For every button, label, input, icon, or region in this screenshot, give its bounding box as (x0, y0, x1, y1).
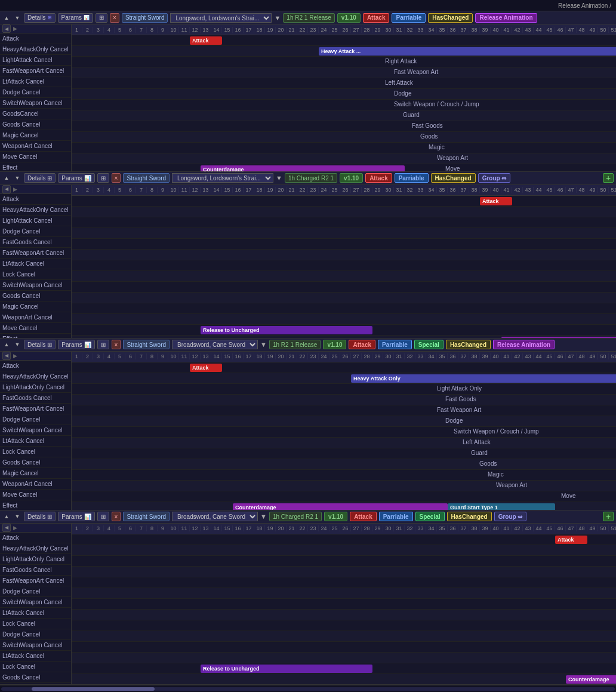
horizontal-scrollbar[interactable] (0, 685, 616, 692)
breadcrumb-text: Release Animation / (558, 2, 611, 9)
p1-row-move: Move Cancel (0, 152, 71, 162)
panel-3-chevron[interactable]: ▼ (260, 341, 267, 348)
panel-2-timeline: ◀ ▶ Attack HeavyAttackOnly Cancel LightA… (0, 185, 616, 338)
p1-bar-heavyattack[interactable]: Heavy Attack ... (319, 47, 616, 56)
panel-4-params-btn[interactable]: Params 📊 (58, 512, 94, 521)
p1-text-switchweapon: Switch Weapon / Crouch / Jump (394, 101, 479, 107)
panel-1-move-label: 1h R2 1 Release (283, 13, 335, 23)
p1-text-dodge: Dodge (394, 90, 411, 97)
panel-3-tag-haschanged: HasChanged (446, 340, 491, 349)
p1-track-weaponart: Magic (72, 143, 616, 153)
panel-3-details-btn[interactable]: Details ⊞ (24, 340, 56, 349)
panel-4-chevron[interactable]: ▼ (260, 513, 267, 520)
panel-4-tag-attack: Attack (350, 512, 377, 521)
p3-bar-counterdamage[interactable]: Counterdamage (233, 503, 448, 510)
p1-text-magic: Magic (429, 144, 445, 150)
panel-1-row-collapse[interactable]: ◀ (2, 24, 11, 33)
panel-4-close-btn[interactable]: × (112, 512, 121, 521)
panel-2-chevron[interactable]: ▼ (276, 174, 282, 182)
panel-4-collapse-up[interactable]: ▲ (2, 512, 11, 521)
panel-1-collapse-down[interactable]: ▼ (13, 14, 21, 22)
p2-bar-attack[interactable]: Attack (480, 197, 512, 205)
panel-3-collapse-up[interactable]: ▲ (2, 340, 11, 349)
panel-3-params-btn[interactable]: Params 📊 (58, 340, 94, 349)
panel-2-tag-attack: Attack (365, 173, 392, 183)
panel-1-chevron[interactable]: ▼ (274, 14, 281, 21)
top-breadcrumb-bar: Release Animation / (0, 0, 616, 11)
panel-3-tag-release: Release Animation (493, 340, 555, 349)
p3-bar-attack[interactable]: Attack (190, 364, 222, 372)
panel-4-add-btn[interactable]: + (603, 512, 614, 521)
p1-row-goodsc: Goods Cancel (0, 119, 71, 130)
p3-bar-heavyattack[interactable]: Heavy Attack Only (351, 374, 616, 383)
panel-3-row-collapse[interactable]: ◀ (2, 352, 11, 360)
p1-row-heavyattack: HeavyAttackOnly Cancel (0, 44, 71, 55)
panel-2-move-label: 1h Charged R2 1 (285, 173, 337, 183)
p2-bar-release[interactable]: Release to Uncharged (201, 326, 372, 334)
panel-2-row-collapse[interactable]: ◀ (2, 185, 11, 193)
panel-4-timeline: ◀ ▶ Attack HeavyAttackOnly Cancel LightA… (0, 524, 616, 684)
scrollbar-track[interactable] (1, 687, 615, 691)
p1-bar-attack[interactable]: Attack (190, 36, 222, 45)
panel-4-weapon-type: Straight Sword (123, 512, 170, 521)
panel-4-collapse-down[interactable]: ▼ (13, 512, 21, 521)
p1-row-effect: Effect (0, 162, 71, 171)
panel-2-close-btn[interactable]: × (112, 173, 121, 183)
panel-4-tag-parriable: Parriable (379, 512, 413, 521)
scrollbar-thumb[interactable] (32, 687, 155, 691)
panels-area: ▲ ▼ Details ⊞ Params 📊 ⊞ × Straight Swor… (0, 11, 616, 692)
p3-bar-guardstart[interactable]: Guard Start Type 1 (448, 503, 555, 510)
panel-4-tag-special: Special (415, 512, 445, 521)
p1-track-attack: Attack (72, 35, 616, 46)
panel-1-tag-release: Release Animation (475, 13, 537, 23)
panel-1-expand-btn[interactable]: ⊞ (96, 13, 107, 23)
panel-4-tracks: 12 34 56 78 910 1112 1314 1516 1718 1920… (72, 524, 616, 684)
p1-bar-counterdamage[interactable]: Counterdamage (201, 165, 405, 171)
p1-row-dodge: Dodge Cancel (0, 87, 71, 98)
p1-row-attack: Attack (0, 33, 71, 44)
panel-4-header: ▲ ▼ Details ⊞ Params 📊 ⊞ × Straight Swor… (0, 510, 616, 524)
p4-bar-attack[interactable]: Attack (555, 536, 587, 544)
panel-4-weapon-select[interactable]: Broadsword, Cane Sword (172, 512, 258, 521)
panel-1-timeline: ◀ ▶ Attack HeavyAttackOnly Cancel LightA… (0, 24, 616, 171)
panel-1-tracks: 12 34 56 78 910 1112 1314 1516 1718 1920… (72, 24, 616, 171)
panel-2-add-btn[interactable]: + (603, 173, 614, 183)
p4-bar-counterdamage[interactable]: Counterdamage (566, 675, 616, 684)
panel-1-params-btn[interactable]: Params 📊 (58, 13, 93, 23)
p1-text-guard: Guard (403, 112, 420, 118)
p4-bar-release[interactable]: Release to Uncharged (201, 665, 372, 673)
panel-1-collapse-up[interactable]: ▲ (2, 14, 11, 22)
panel-2-details-btn[interactable]: Details ⊞ (24, 173, 56, 183)
p1-row-goods: GoodsCancel (0, 109, 71, 119)
main-container: Release Animation / ▲ ▼ Details ⊞ Params… (0, 0, 616, 692)
p1-text-move: Move (445, 165, 460, 171)
panel-2-expand-btn[interactable]: ⊞ (97, 173, 109, 183)
p1-track-dodge: Dodge (72, 89, 616, 100)
p1-text-weaponart: Weapon Art (437, 155, 468, 161)
p1-track-lightattack: Right Attack (72, 57, 616, 67)
panel-3-collapse-down[interactable]: ▼ (13, 340, 21, 349)
panel-4-details-btn[interactable]: Details ⊞ (24, 512, 56, 521)
panel-1-weapon-select[interactable]: Longsword, Lordsworn's Strai... (170, 13, 272, 23)
panel-3-close-btn[interactable]: × (112, 340, 121, 349)
panel-3-version: v1.10 (323, 340, 346, 349)
panel-3-weapon-select[interactable]: Broadsword, Cane Sword (172, 340, 258, 349)
panel-2-weapon-select[interactable]: Longsword, Lordsworn's Strai... (172, 173, 273, 183)
panel-1: ▲ ▼ Details ⊞ Params 📊 ⊞ × Straight Swor… (0, 11, 616, 172)
panel-1-tag-attack: Attack (363, 13, 390, 23)
panel-4-expand-btn[interactable]: ⊞ (97, 512, 109, 521)
panel-2-collapse-up[interactable]: ▲ (2, 174, 11, 182)
panel-2-collapse-down[interactable]: ▼ (13, 174, 21, 182)
panel-3-move-label: 1h R2 1 Release (269, 340, 321, 349)
panel-1-ruler: 12 34 56 78 910 1112 1314 1516 1718 1920… (72, 24, 616, 35)
panel-2-params-btn[interactable]: Params 📊 (58, 173, 94, 183)
panel-3-tag-attack: Attack (349, 340, 375, 349)
panel-3: ▲ ▼ Details ⊞ Params 📊 ⊞ × Straight Swor… (0, 339, 616, 510)
panel-3-expand-btn[interactable]: ⊞ (97, 340, 109, 349)
panel-1-details-btn[interactable]: Details ⊞ (24, 13, 56, 23)
panel-1-close-btn[interactable]: × (110, 13, 119, 23)
p1-row-magic: Magic Cancel (0, 130, 71, 141)
p2-bar-counterdamage[interactable]: Counterdamage (501, 337, 616, 338)
p1-track-goodsc: Fast Goods (72, 121, 616, 132)
panel-4-row-collapse[interactable]: ◀ (2, 524, 11, 532)
